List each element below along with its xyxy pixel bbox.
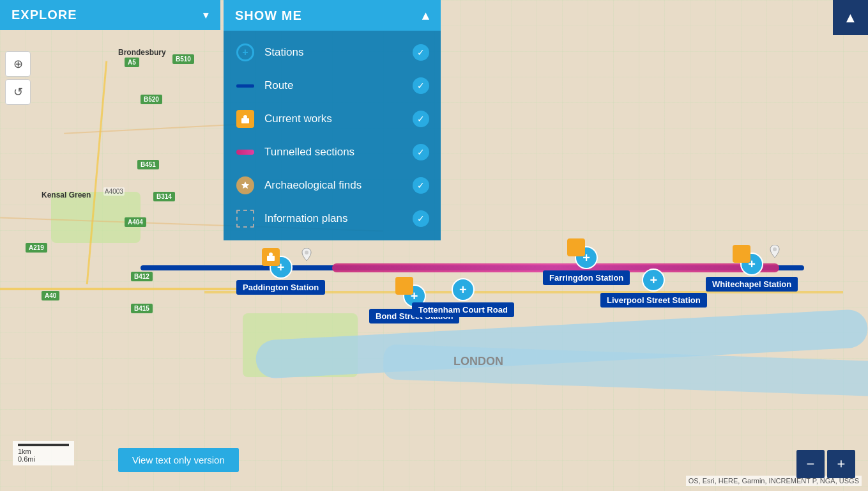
up-arrow-icon: ▲ — [844, 10, 858, 26]
pin-whitechapel — [770, 245, 780, 258]
showme-check-tunnelled[interactable]: ✓ — [413, 144, 429, 160]
showme-check-info-plans[interactable]: ✓ — [413, 210, 429, 227]
station-label-liverpool: Liverpool Street Station — [600, 293, 707, 308]
showme-check-stations[interactable]: ✓ — [413, 44, 429, 61]
locate-icon: ⊕ — [13, 57, 23, 71]
tunnelled-icon-container — [235, 142, 255, 162]
current-works-icon-container — [235, 109, 255, 129]
showme-item-info-plans[interactable]: Information plans ✓ — [224, 202, 441, 235]
explore-panel: EXPLORE ▾ — [0, 0, 220, 30]
showme-check-archaeological[interactable]: ✓ — [413, 177, 429, 194]
explore-header[interactable]: EXPLORE ▾ — [0, 0, 220, 30]
kensal-green-park — [51, 192, 141, 243]
road-a40 — [0, 288, 255, 290]
station-tottenham-court-road[interactable]: + Tottenham Court Road — [412, 278, 514, 317]
locate-button[interactable]: ⊕ — [5, 51, 31, 77]
zoom-controls: − + — [796, 450, 855, 478]
svg-point-3 — [773, 247, 777, 251]
station-paddington[interactable]: + Paddington Station — [236, 256, 325, 295]
map-controls-left: ⊕ ↺ — [5, 51, 31, 107]
showme-panel: SHOW ME ▴ + Stations ✓ Route ✓ C — [224, 0, 441, 240]
works-icon-whitechapel — [733, 245, 750, 263]
works-icon-farringdon — [567, 238, 585, 256]
zoom-out-button[interactable]: − — [796, 450, 825, 478]
showme-item-route[interactable]: Route ✓ — [224, 69, 441, 102]
showme-label-route: Route — [264, 79, 413, 92]
explore-title: EXPLORE — [11, 8, 77, 22]
showme-check-current-works[interactable]: ✓ — [413, 111, 429, 127]
showme-label-archaeological: Archaeological finds — [264, 179, 413, 192]
station-btn-liverpool[interactable]: + — [642, 269, 665, 292]
svg-rect-0 — [267, 256, 275, 261]
station-whitechapel[interactable]: + Whitechapel Station — [706, 253, 798, 292]
refresh-button[interactable]: ↺ — [5, 79, 31, 105]
tunnelled-icon — [236, 150, 254, 155]
station-label-whitechapel: Whitechapel Station — [706, 277, 798, 292]
current-works-icon — [236, 110, 254, 128]
view-text-only-button[interactable]: View text only version — [118, 448, 239, 472]
showme-label-info-plans: Information plans — [264, 212, 413, 225]
svg-rect-4 — [241, 118, 249, 123]
info-plans-icon-container — [235, 208, 255, 229]
showme-title: SHOW ME — [235, 8, 302, 23]
svg-point-1 — [269, 253, 273, 256]
showme-label-stations: Stations — [264, 46, 413, 59]
showme-body: + Stations ✓ Route ✓ Current works ✓ — [224, 31, 441, 240]
showme-chevron-icon: ▴ — [422, 8, 429, 23]
scale-label-km: 1km — [18, 448, 69, 455]
showme-item-current-works[interactable]: Current works ✓ — [224, 102, 441, 136]
station-label-tottenham: Tottenham Court Road — [412, 302, 514, 317]
stations-icon-container: + — [235, 42, 255, 63]
station-label-paddington: Paddington Station — [236, 280, 325, 295]
route-icon-container — [235, 75, 255, 96]
showme-label-tunnelled: Tunnelled sections — [264, 146, 413, 159]
info-plans-icon — [236, 210, 254, 228]
pin-paddington — [301, 248, 312, 261]
scale-bar: 1km 0.6mi — [13, 441, 74, 465]
showme-item-stations[interactable]: + Stations ✓ — [224, 36, 441, 69]
showme-check-route[interactable]: ✓ — [413, 77, 429, 94]
scale-label-mi: 0.6mi — [18, 455, 69, 463]
svg-point-5 — [243, 115, 247, 119]
stations-icon: + — [236, 43, 254, 61]
archaeological-icon-container — [235, 175, 255, 196]
station-btn-tottenham[interactable]: + — [452, 278, 475, 301]
station-liverpool-street[interactable]: + Liverpool Street Station — [600, 269, 707, 308]
showme-item-tunnelled[interactable]: Tunnelled sections ✓ — [224, 136, 441, 169]
showme-header[interactable]: SHOW ME ▴ — [224, 0, 441, 31]
showme-item-archaeological[interactable]: Archaeological finds ✓ — [224, 169, 441, 202]
refresh-icon: ↺ — [13, 85, 23, 99]
zoom-in-button[interactable]: + — [827, 450, 855, 478]
showme-label-current-works: Current works — [264, 113, 413, 125]
works-icon-bond-street — [395, 277, 413, 295]
route-icon — [236, 84, 254, 88]
scroll-top-button[interactable]: ▲ — [833, 0, 868, 35]
works-icon-paddington — [262, 248, 280, 266]
explore-chevron-icon: ▾ — [203, 9, 209, 21]
archaeological-icon — [236, 176, 254, 194]
svg-point-2 — [305, 251, 308, 254]
